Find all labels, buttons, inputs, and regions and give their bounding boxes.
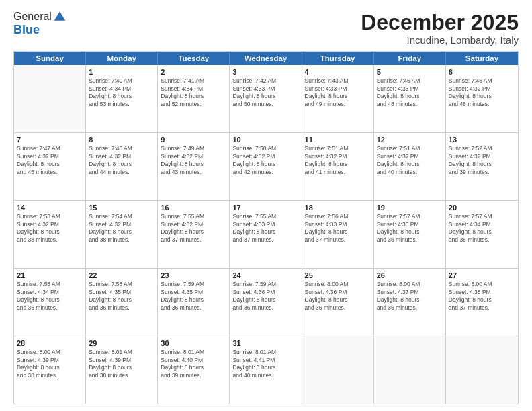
calendar-cell: 16Sunrise: 7:55 AM Sunset: 4:32 PM Dayli… bbox=[158, 201, 230, 268]
cell-info: Sunrise: 7:58 AM Sunset: 4:34 PM Dayligh… bbox=[17, 281, 83, 312]
day-number: 31 bbox=[232, 338, 298, 348]
day-number: 12 bbox=[377, 135, 443, 144]
day-number: 25 bbox=[305, 271, 371, 280]
cell-info: Sunrise: 7:57 AM Sunset: 4:34 PM Dayligh… bbox=[449, 213, 515, 244]
location-title: Incudine, Lombardy, Italy bbox=[361, 34, 519, 46]
calendar-cell: 15Sunrise: 7:54 AM Sunset: 4:32 PM Dayli… bbox=[86, 201, 158, 268]
calendar-cell: 3Sunrise: 7:42 AM Sunset: 4:33 PM Daylig… bbox=[230, 65, 302, 132]
calendar-cell: 24Sunrise: 7:59 AM Sunset: 4:36 PM Dayli… bbox=[230, 269, 302, 336]
cell-info: Sunrise: 7:46 AM Sunset: 4:32 PM Dayligh… bbox=[449, 77, 515, 108]
calendar-cell bbox=[374, 336, 446, 404]
page: General Blue December 2025 Incudine, Lom… bbox=[0, 0, 532, 411]
day-number: 11 bbox=[305, 135, 371, 144]
day-number: 20 bbox=[449, 203, 515, 212]
calendar-cell: 29Sunrise: 8:01 AM Sunset: 4:39 PM Dayli… bbox=[86, 336, 158, 404]
cell-info: Sunrise: 7:53 AM Sunset: 4:32 PM Dayligh… bbox=[17, 213, 83, 244]
title-block: December 2025 Incudine, Lombardy, Italy bbox=[361, 11, 519, 46]
day-number: 14 bbox=[17, 203, 83, 212]
header-saturday: Saturday bbox=[446, 52, 518, 65]
header-friday: Friday bbox=[374, 52, 446, 65]
day-number: 17 bbox=[232, 203, 298, 212]
day-number: 29 bbox=[89, 338, 154, 348]
calendar-cell bbox=[14, 65, 86, 132]
cell-info: Sunrise: 7:57 AM Sunset: 4:33 PM Dayligh… bbox=[377, 213, 443, 244]
calendar-row-0: 1Sunrise: 7:40 AM Sunset: 4:34 PM Daylig… bbox=[14, 65, 518, 133]
logo-general-text: General bbox=[13, 11, 52, 23]
cell-info: Sunrise: 7:52 AM Sunset: 4:32 PM Dayligh… bbox=[449, 145, 515, 176]
day-number: 22 bbox=[89, 271, 154, 280]
calendar-cell: 19Sunrise: 7:57 AM Sunset: 4:33 PM Dayli… bbox=[374, 201, 446, 268]
cell-info: Sunrise: 7:59 AM Sunset: 4:35 PM Dayligh… bbox=[161, 281, 226, 312]
calendar-cell: 6Sunrise: 7:46 AM Sunset: 4:32 PM Daylig… bbox=[446, 65, 518, 132]
cell-info: Sunrise: 7:49 AM Sunset: 4:32 PM Dayligh… bbox=[161, 145, 226, 176]
calendar-row-1: 7Sunrise: 7:47 AM Sunset: 4:32 PM Daylig… bbox=[14, 133, 518, 201]
cell-info: Sunrise: 7:41 AM Sunset: 4:34 PM Dayligh… bbox=[161, 77, 226, 108]
cell-info: Sunrise: 7:59 AM Sunset: 4:36 PM Dayligh… bbox=[232, 281, 298, 312]
logo-icon bbox=[53, 9, 66, 23]
cell-info: Sunrise: 8:01 AM Sunset: 4:39 PM Dayligh… bbox=[89, 349, 154, 379]
day-number: 6 bbox=[449, 67, 515, 77]
cell-info: Sunrise: 8:00 AM Sunset: 4:38 PM Dayligh… bbox=[449, 281, 515, 312]
cell-info: Sunrise: 7:47 AM Sunset: 4:32 PM Dayligh… bbox=[17, 145, 83, 176]
cell-info: Sunrise: 7:42 AM Sunset: 4:33 PM Dayligh… bbox=[232, 77, 298, 108]
day-number: 5 bbox=[377, 67, 443, 77]
calendar-cell: 4Sunrise: 7:43 AM Sunset: 4:33 PM Daylig… bbox=[302, 65, 374, 132]
day-number: 19 bbox=[377, 203, 443, 212]
header: General Blue December 2025 Incudine, Lom… bbox=[13, 11, 519, 46]
header-tuesday: Tuesday bbox=[158, 52, 230, 65]
header-sunday: Sunday bbox=[14, 52, 86, 65]
calendar-cell bbox=[446, 336, 518, 404]
day-number: 24 bbox=[232, 271, 298, 280]
calendar-cell: 10Sunrise: 7:50 AM Sunset: 4:32 PM Dayli… bbox=[230, 133, 302, 200]
day-number: 15 bbox=[89, 203, 154, 212]
day-number: 23 bbox=[161, 271, 226, 280]
calendar-cell: 18Sunrise: 7:56 AM Sunset: 4:33 PM Dayli… bbox=[302, 201, 374, 268]
cell-info: Sunrise: 8:01 AM Sunset: 4:41 PM Dayligh… bbox=[232, 349, 298, 379]
cell-info: Sunrise: 7:51 AM Sunset: 4:32 PM Dayligh… bbox=[377, 145, 443, 176]
calendar-cell: 8Sunrise: 7:48 AM Sunset: 4:32 PM Daylig… bbox=[86, 133, 158, 200]
calendar-body: 1Sunrise: 7:40 AM Sunset: 4:34 PM Daylig… bbox=[14, 65, 518, 404]
logo-blue-text: Blue bbox=[13, 23, 66, 37]
calendar-row-2: 14Sunrise: 7:53 AM Sunset: 4:32 PM Dayli… bbox=[14, 201, 518, 269]
calendar-cell: 5Sunrise: 7:45 AM Sunset: 4:33 PM Daylig… bbox=[374, 65, 446, 132]
calendar-cell: 1Sunrise: 7:40 AM Sunset: 4:34 PM Daylig… bbox=[86, 65, 158, 132]
calendar-cell: 21Sunrise: 7:58 AM Sunset: 4:34 PM Dayli… bbox=[14, 269, 86, 336]
calendar-cell: 20Sunrise: 7:57 AM Sunset: 4:34 PM Dayli… bbox=[446, 201, 518, 268]
header-monday: Monday bbox=[86, 52, 158, 65]
calendar-cell bbox=[302, 336, 374, 404]
day-number: 4 bbox=[305, 67, 371, 77]
calendar-row-3: 21Sunrise: 7:58 AM Sunset: 4:34 PM Dayli… bbox=[14, 269, 518, 336]
day-number: 16 bbox=[161, 203, 226, 212]
day-number: 27 bbox=[449, 271, 515, 280]
calendar-cell: 23Sunrise: 7:59 AM Sunset: 4:35 PM Dayli… bbox=[158, 269, 230, 336]
day-number: 1 bbox=[89, 67, 154, 77]
day-number: 28 bbox=[17, 338, 83, 348]
day-number: 10 bbox=[232, 135, 298, 144]
calendar-cell: 31Sunrise: 8:01 AM Sunset: 4:41 PM Dayli… bbox=[230, 336, 302, 404]
calendar-cell: 22Sunrise: 7:58 AM Sunset: 4:35 PM Dayli… bbox=[86, 269, 158, 336]
calendar-cell: 14Sunrise: 7:53 AM Sunset: 4:32 PM Dayli… bbox=[14, 201, 86, 268]
day-number: 3 bbox=[232, 67, 298, 77]
cell-info: Sunrise: 7:45 AM Sunset: 4:33 PM Dayligh… bbox=[377, 77, 443, 108]
cell-info: Sunrise: 7:55 AM Sunset: 4:32 PM Dayligh… bbox=[161, 213, 226, 244]
cell-info: Sunrise: 8:00 AM Sunset: 4:37 PM Dayligh… bbox=[377, 281, 443, 312]
calendar-cell: 7Sunrise: 7:47 AM Sunset: 4:32 PM Daylig… bbox=[14, 133, 86, 200]
calendar-cell: 13Sunrise: 7:52 AM Sunset: 4:32 PM Dayli… bbox=[446, 133, 518, 200]
cell-info: Sunrise: 7:56 AM Sunset: 4:33 PM Dayligh… bbox=[305, 213, 371, 244]
calendar-row-4: 28Sunrise: 8:00 AM Sunset: 4:39 PM Dayli… bbox=[14, 336, 518, 404]
month-title: December 2025 bbox=[361, 11, 519, 34]
cell-info: Sunrise: 7:50 AM Sunset: 4:32 PM Dayligh… bbox=[232, 145, 298, 176]
calendar-cell: 12Sunrise: 7:51 AM Sunset: 4:32 PM Dayli… bbox=[374, 133, 446, 200]
calendar-cell: 17Sunrise: 7:55 AM Sunset: 4:33 PM Dayli… bbox=[230, 201, 302, 268]
cell-info: Sunrise: 7:54 AM Sunset: 4:32 PM Dayligh… bbox=[89, 213, 154, 244]
day-number: 2 bbox=[161, 67, 226, 77]
cell-info: Sunrise: 7:55 AM Sunset: 4:33 PM Dayligh… bbox=[232, 213, 298, 244]
svg-marker-0 bbox=[54, 11, 66, 20]
day-number: 26 bbox=[377, 271, 443, 280]
calendar-cell: 28Sunrise: 8:00 AM Sunset: 4:39 PM Dayli… bbox=[14, 336, 86, 404]
cell-info: Sunrise: 8:00 AM Sunset: 4:36 PM Dayligh… bbox=[305, 281, 371, 312]
calendar-cell: 9Sunrise: 7:49 AM Sunset: 4:32 PM Daylig… bbox=[158, 133, 230, 200]
day-number: 30 bbox=[161, 338, 226, 348]
cell-info: Sunrise: 7:40 AM Sunset: 4:34 PM Dayligh… bbox=[89, 77, 154, 108]
day-number: 21 bbox=[17, 271, 83, 280]
